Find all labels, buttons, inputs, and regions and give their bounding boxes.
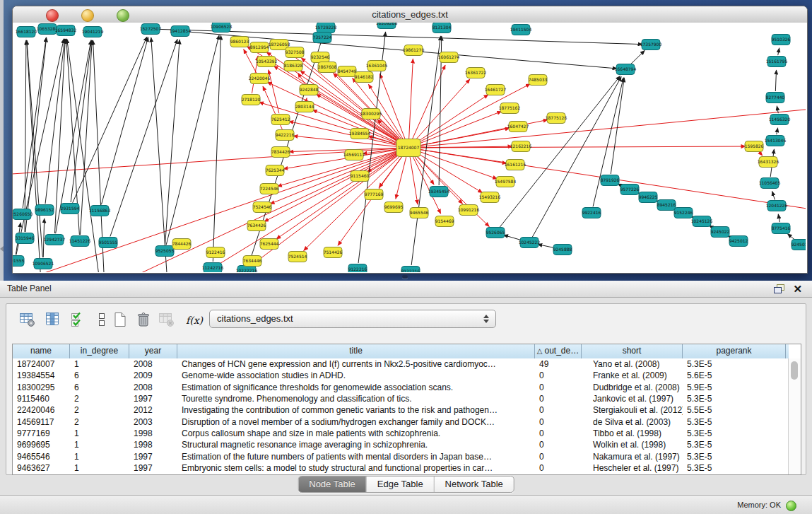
graph-node[interactable]: 9422216 [276, 130, 295, 141]
graph-node[interactable]: 8122216 [401, 267, 420, 273]
graph-node[interactable]: 8945216 [657, 200, 676, 211]
graph-node[interactable]: 7485033 [529, 75, 548, 86]
graph-node[interactable]: 16648794 [615, 64, 637, 75]
graph-node[interactable]: 9425012 [729, 236, 748, 247]
graph-node[interactable]: 9122416 [206, 247, 225, 258]
graph-edge[interactable] [777, 128, 778, 134]
graph-node[interactable]: 9465546 [410, 208, 429, 218]
graph-edge[interactable] [409, 154, 418, 204]
graph-node[interactable]: 10543392 [256, 57, 278, 67]
delete-column-button[interactable] [158, 311, 177, 329]
column-header-pagerank[interactable]: pagerank [683, 344, 786, 358]
graph-node[interactable]: 14569117 [343, 150, 365, 160]
new-table-button[interactable] [112, 311, 130, 329]
graph-node[interactable]: 16161216 [505, 160, 526, 170]
graph-node[interactable]: 16509268 [376, 23, 398, 29]
graph-node[interactable]: 7634426 [247, 221, 266, 231]
graph-node[interactable]: 16618120 [16, 27, 37, 37]
show-columns-button[interactable] [45, 311, 63, 329]
select-all-button[interactable] [70, 311, 88, 329]
graph-node[interactable]: 12162216 [510, 141, 532, 152]
close-window-button[interactable] [46, 9, 59, 22]
graph-node[interactable]: 7844426 [172, 239, 192, 250]
graph-node[interactable]: 15729228 [315, 23, 337, 33]
graph-node[interactable]: 9896152 [35, 205, 54, 216]
graph-edge[interactable] [166, 35, 219, 245]
tab-network-table[interactable]: Network Table [435, 477, 514, 492]
graph-edge[interactable] [264, 151, 403, 221]
graph-edge[interactable] [413, 95, 488, 144]
graph-node[interactable]: 16061274 [438, 52, 460, 63]
graph-edge[interactable] [396, 154, 407, 199]
graph-node[interactable]: 11056465 [759, 178, 781, 189]
graph-edge[interactable] [81, 40, 93, 235]
zoom-window-button[interactable] [117, 9, 129, 22]
graph-node[interactable]: 9860123 [230, 37, 249, 47]
graph-node[interactable]: 8277440 [766, 93, 785, 103]
table-options-button[interactable] [19, 311, 37, 329]
graph-node[interactable]: 9327508 [286, 47, 305, 58]
graph-node[interactable]: 9946225 [639, 192, 658, 203]
graph-node[interactable]: 9525055 [155, 246, 175, 257]
graph-node[interactable]: 8912954 [250, 42, 269, 53]
graph-node[interactable]: 7357224 [313, 33, 332, 43]
graph-node[interactable]: 7524546 [253, 202, 272, 213]
graph-node[interactable]: 9146182 [355, 72, 374, 83]
graph-edge[interactable] [151, 37, 170, 272]
graph-node[interactable]: 11456320 [769, 115, 791, 125]
table-row[interactable]: 977716911998Corpus callosum shape and si… [13, 428, 789, 439]
graph-node[interactable]: 11156863 [89, 206, 111, 216]
memory-status-icon[interactable] [786, 501, 796, 511]
graph-node[interactable]: 10245126 [691, 216, 713, 227]
network-graph[interactable]: 1661812010653287165948321904121915272507… [13, 23, 806, 272]
graph-node[interactable]: 9115460 [351, 171, 370, 182]
graph-node[interactable]: 2803144 [295, 102, 314, 112]
graph-node[interactable]: 9699695 [384, 202, 404, 213]
graph-edge[interactable] [772, 191, 775, 199]
graph-node[interactable]: 9245888 [553, 245, 572, 255]
graph-node[interactable]: 12041226 [766, 201, 788, 211]
float-panel-icon[interactable] [774, 284, 784, 293]
graph-edge[interactable] [101, 37, 148, 205]
graph-node[interactable]: 19041219 [82, 27, 104, 37]
table-row[interactable]: 969969511998Structural magnetic resonanc… [13, 439, 789, 450]
graph-node[interactable]: 19861270 [403, 45, 425, 56]
graph-node[interactable]: 9245022 [711, 227, 730, 238]
table-row[interactable]: 1830029562008Estimation of significance … [13, 382, 789, 393]
close-panel-icon[interactable]: ✕ [793, 282, 802, 296]
graph-node[interactable]: 18724007 [396, 139, 420, 157]
column-header-short[interactable]: short [582, 344, 683, 358]
column-header-title[interactable]: title [177, 344, 535, 358]
graph-node[interactable]: 7514426 [324, 247, 343, 258]
graph-node[interactable]: 9577226 [620, 185, 640, 195]
table-row[interactable]: 946554611997Estimation of the future num… [13, 450, 789, 462]
network-canvas[interactable]: 1661812010653287165948321904121915272507… [13, 23, 807, 273]
network-window-titlebar[interactable]: citations_edges.txt [13, 6, 807, 23]
graph-node[interactable]: 2931594 [61, 204, 80, 214]
graph-node[interactable]: 3315946 [16, 233, 35, 244]
graph-node[interactable]: 19411504 [510, 25, 532, 35]
table-row[interactable]: 946362711997Embryonic stem cells: a mode… [13, 462, 789, 474]
graph-node[interactable]: 10991216 [458, 205, 480, 216]
tab-node-table[interactable]: Node Table [298, 477, 367, 492]
graph-edge[interactable] [412, 153, 434, 185]
graph-node[interactable]: 17357900 [640, 40, 662, 50]
row-height-button[interactable] [93, 311, 112, 329]
graph-node[interactable]: 9510326 [772, 35, 791, 45]
graph-node[interactable]: 7625412 [271, 115, 290, 125]
graph-node[interactable]: 18300295 [360, 109, 382, 119]
graph-node[interactable]: 18775162 [499, 103, 521, 114]
graph-node[interactable]: 8791926 [601, 175, 620, 186]
graph-node[interactable]: 15272507 [140, 24, 162, 35]
graph-node[interactable]: 9922416 [582, 208, 601, 218]
table-row[interactable]: 911546021997Tourette syndrome. Phenomeno… [13, 393, 789, 404]
graph-node[interactable]: 12942737 [44, 235, 66, 245]
graph-node[interactable]: 9526065 [486, 228, 505, 238]
graph-node[interactable]: 2867608 [318, 62, 337, 73]
column-header-out_de[interactable]: △out_de… [535, 344, 582, 358]
graph-node[interactable]: 9891555 [13, 256, 25, 267]
splitter-handle[interactable] [402, 275, 408, 279]
graph-edge[interactable] [408, 59, 413, 141]
table-row[interactable]: 1456911722003Disruption of a novel membe… [13, 416, 789, 427]
graph-node[interactable]: 7634446 [243, 256, 262, 267]
